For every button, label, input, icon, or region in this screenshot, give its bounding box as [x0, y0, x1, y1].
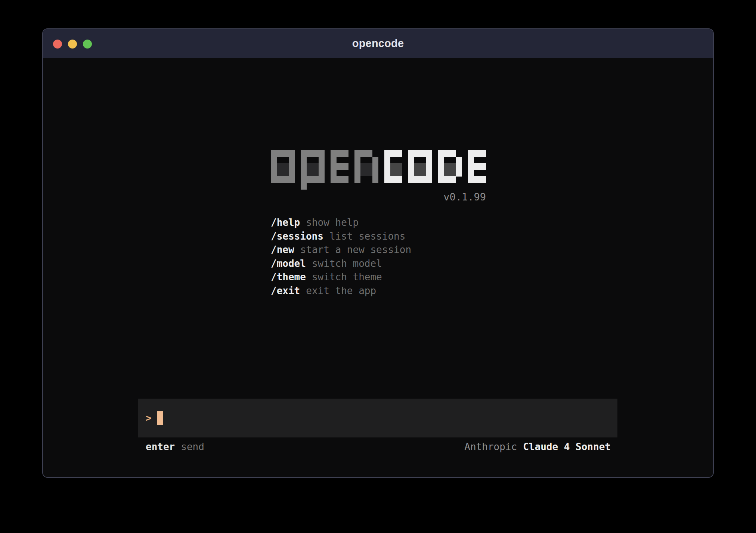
close-button[interactable]	[53, 40, 62, 49]
command-row: /helpshow help	[271, 216, 411, 230]
command-desc: exit the app	[306, 285, 376, 296]
command-desc: switch model	[312, 258, 382, 269]
command-name: /help	[271, 217, 300, 228]
message-input[interactable]: >	[138, 399, 617, 437]
app-window: opencode	[42, 28, 714, 478]
command-name: /theme	[271, 271, 306, 283]
enter-key-label: enter	[146, 441, 175, 452]
command-name: /sessions	[271, 231, 323, 242]
command-name: /new	[271, 244, 294, 255]
command-desc: switch theme	[312, 271, 382, 283]
zoom-button[interactable]	[83, 40, 92, 49]
command-row: /sessionslist sessions	[271, 230, 411, 243]
model-indicator[interactable]: AnthropicClaude 4 Sonnet	[464, 441, 611, 452]
provider-label: Anthropic	[464, 441, 517, 452]
command-row: /modelswitch model	[271, 257, 411, 271]
send-action-label: send	[181, 441, 204, 452]
command-row: /exitexit the app	[271, 284, 411, 298]
command-list: /helpshow help /sessionslist sessions /n…	[271, 216, 411, 297]
titlebar[interactable]: opencode	[43, 29, 713, 58]
command-name: /exit	[271, 285, 300, 296]
minimize-button[interactable]	[68, 40, 77, 49]
send-hint: entersend	[146, 441, 204, 452]
opencode-logo	[271, 150, 486, 190]
text-cursor	[157, 411, 163, 425]
command-desc: start a new session	[300, 244, 411, 255]
command-name: /model	[271, 258, 306, 269]
command-desc: show help	[306, 217, 359, 228]
command-row: /newstart a new session	[271, 243, 411, 257]
version-label: v0.1.99	[271, 191, 486, 203]
command-desc: list sessions	[329, 231, 406, 242]
window-controls	[53, 40, 92, 49]
statusbar: entersend AnthropicClaude 4 Sonnet	[138, 440, 617, 453]
command-row: /themeswitch theme	[271, 270, 411, 284]
prompt-chevron: >	[146, 412, 152, 424]
model-label: Claude 4 Sonnet	[523, 441, 611, 452]
window-title: opencode	[352, 37, 404, 50]
